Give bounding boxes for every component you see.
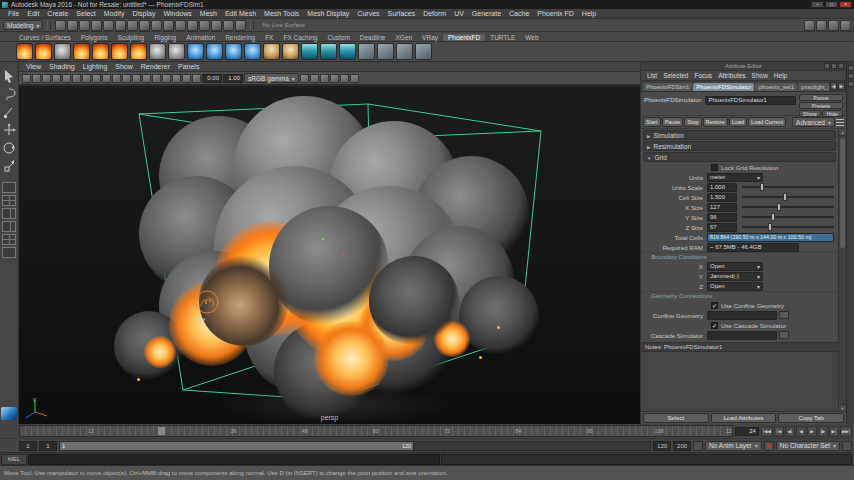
- viewport-toolbar-icon[interactable]: [132, 74, 141, 83]
- footer-button[interactable]: Load Attributes: [711, 413, 777, 423]
- boundary-y-dropdown[interactable]: Jammed(-): [707, 272, 763, 281]
- sim-control-button[interactable]: Stop: [684, 117, 701, 127]
- shelf-tab[interactable]: XGen: [390, 34, 417, 41]
- scroll-up-icon[interactable]: ▲: [839, 129, 846, 136]
- menu-item[interactable]: Edit: [23, 10, 43, 17]
- shelf-tool-icon[interactable]: [35, 43, 52, 60]
- shelf-tool-icon[interactable]: [54, 43, 71, 60]
- shelf-tab[interactable]: Polygons: [76, 34, 113, 41]
- auto-keyframe-icon[interactable]: [764, 441, 774, 451]
- status-icon[interactable]: [115, 20, 126, 31]
- focus-button[interactable]: Focus: [799, 94, 843, 101]
- node-tab[interactable]: phoenix_set1: [755, 83, 797, 91]
- range-slider-bar[interactable]: 1 120: [60, 442, 414, 450]
- shelf-tab[interactable]: Rigging: [149, 34, 181, 41]
- playback-button[interactable]: ◀: [796, 426, 806, 437]
- status-icon[interactable]: [55, 20, 66, 31]
- shelf-tool-icon[interactable]: [396, 43, 413, 60]
- scrollbar-thumb[interactable]: [840, 138, 845, 248]
- menu-item[interactable]: File: [4, 10, 23, 17]
- close-panel-icon[interactable]: [838, 63, 844, 69]
- status-icon[interactable]: [151, 20, 162, 31]
- layout-single-pane[interactable]: [2, 182, 16, 193]
- status-icon[interactable]: [91, 20, 102, 31]
- hamburger-menu-icon[interactable]: [836, 119, 844, 126]
- viewport-toolbar-icon[interactable]: [32, 74, 41, 83]
- panel-menu-item[interactable]: Show: [111, 63, 137, 70]
- shelf-tab[interactable]: VRay: [417, 34, 443, 41]
- layout-hypershade[interactable]: [2, 234, 16, 245]
- status-icon[interactable]: [163, 20, 174, 31]
- menu-item[interactable]: Create: [43, 10, 72, 17]
- sidebar-toggle-icon[interactable]: [804, 20, 815, 31]
- shelf-tool-icon[interactable]: [16, 43, 33, 60]
- shelf-tab[interactable]: Rendering: [220, 34, 260, 41]
- sidebar-toggle-icon[interactable]: [840, 20, 851, 31]
- menu-item[interactable]: Phoenix FD: [533, 10, 578, 17]
- playback-button[interactable]: |◀◀: [761, 426, 773, 437]
- presets-button[interactable]: Presets: [799, 102, 843, 109]
- workspace-selector[interactable]: Modeling: [3, 20, 43, 30]
- sim-control-button[interactable]: Load: [729, 117, 747, 127]
- shelf-tab[interactable]: Custom: [322, 34, 354, 41]
- playback-button[interactable]: |◀: [774, 426, 784, 437]
- attribute-editor-menu-item[interactable]: Selected: [660, 72, 691, 79]
- shelf-tool-icon[interactable]: [225, 43, 242, 60]
- shelf-tab[interactable]: FX: [260, 34, 278, 41]
- shelf-tab[interactable]: Sculpting: [112, 34, 149, 41]
- menu-item[interactable]: Generate: [468, 10, 505, 17]
- shelf-tab[interactable]: Deadline: [355, 34, 391, 41]
- sidebar-toggle-icon[interactable]: [828, 20, 839, 31]
- menu-item[interactable]: Modify: [100, 10, 129, 17]
- attribute-editor-menu-item[interactable]: Attributes: [715, 72, 748, 79]
- boundary-z-dropdown[interactable]: Open: [707, 282, 763, 291]
- advanced-dropdown[interactable]: Advanced: [792, 117, 835, 127]
- menu-item[interactable]: Select: [72, 10, 99, 17]
- tool-settings-tab-icon[interactable]: [848, 73, 854, 79]
- layout-persp-graph[interactable]: [2, 221, 16, 232]
- status-icon[interactable]: [79, 20, 90, 31]
- viewport-toolbar-icon[interactable]: [72, 74, 81, 83]
- animation-end-field[interactable]: 200: [673, 441, 691, 451]
- viewport-toolbar-icon[interactable]: [82, 74, 91, 83]
- shelf-tab[interactable]: Web: [520, 34, 543, 41]
- attribute-editor-menu-item[interactable]: Focus: [691, 72, 715, 79]
- attribute-editor-menu-item[interactable]: Help: [771, 72, 790, 79]
- panel-menu-item[interactable]: Shading: [45, 63, 79, 70]
- lock-grid-resolution-checkbox[interactable]: [711, 164, 718, 171]
- gamma-field[interactable]: 1.00: [223, 74, 243, 83]
- shelf-tool-icon[interactable]: [358, 43, 375, 60]
- footer-button[interactable]: Select: [643, 413, 709, 423]
- rotate-tool[interactable]: [2, 140, 17, 155]
- menu-item[interactable]: Mesh Tools: [260, 10, 303, 17]
- shelf-tool-icon[interactable]: [320, 43, 337, 60]
- shelf-tab[interactable]: TURTLE: [485, 34, 520, 41]
- shelf-tool-icon[interactable]: [130, 43, 147, 60]
- sim-control-button[interactable]: Pause: [662, 117, 684, 127]
- shelf-tool-icon[interactable]: [111, 43, 128, 60]
- status-icon[interactable]: [199, 20, 210, 31]
- viewport-toolbar-icon[interactable]: [102, 74, 111, 83]
- viewport-toolbar-icon[interactable]: [320, 74, 329, 83]
- section-resimulation[interactable]: Resimulation: [643, 141, 836, 151]
- shelf-tool-icon[interactable]: [149, 43, 166, 60]
- fire-source-gizmo[interactable]: [187, 284, 227, 324]
- shelf-tool-icon[interactable]: [73, 43, 90, 60]
- menu-item[interactable]: UV: [450, 10, 468, 17]
- status-icon[interactable]: [103, 20, 114, 31]
- layout-persp-outliner[interactable]: [2, 208, 16, 219]
- section-simulation[interactable]: Simulation: [643, 130, 836, 140]
- viewport-toolbar-icon[interactable]: [112, 74, 121, 83]
- shelf-tab[interactable]: Animation: [181, 34, 220, 41]
- panel-menu-item[interactable]: Panels: [174, 63, 203, 70]
- viewport-toolbar-icon[interactable]: [142, 74, 151, 83]
- menu-item[interactable]: Mesh: [196, 10, 221, 17]
- playback-button[interactable]: ◀|: [785, 426, 795, 437]
- shelf-tool-icon[interactable]: [301, 43, 318, 60]
- scale-tool[interactable]: [2, 158, 17, 173]
- notes-area[interactable]: [641, 352, 838, 411]
- anim-layer-dropdown[interactable]: No Anim Layer: [705, 441, 762, 451]
- confine-geometry-connect-button[interactable]: [779, 311, 789, 319]
- move-tool[interactable]: [2, 122, 17, 137]
- viewport-toolbar-icon[interactable]: [42, 74, 51, 83]
